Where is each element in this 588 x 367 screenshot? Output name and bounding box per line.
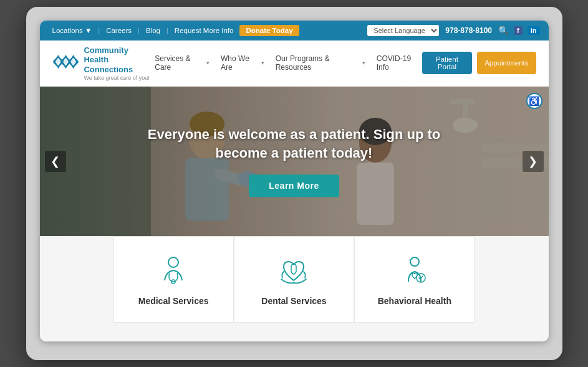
hero-content: Everyone is welcome as a patient. Sign u…: [138, 125, 450, 198]
nav-programs[interactable]: Our Programs & Resources ▾: [276, 54, 365, 72]
svg-marker-4: [62, 56, 69, 68]
nav-covid[interactable]: COVID-19 Info: [377, 54, 422, 72]
hero-next-button[interactable]: ❯: [523, 151, 544, 172]
main-nav-bar: Community Health Connections We take gre…: [40, 41, 549, 87]
hero-title: Everyone is welcome as a patient. Sign u…: [138, 125, 450, 164]
dental-services-icon: [277, 254, 310, 287]
hero-prev-button[interactable]: ❮: [45, 151, 66, 172]
services-cards-container: Medical Services Dental Services: [113, 236, 475, 323]
accessibility-icon: ♿: [529, 96, 539, 106]
top-utility-bar: Locations ▼ | Careers | Blog | Request M…: [40, 21, 549, 41]
behavioral-health-icon: [398, 254, 431, 287]
chevron-down-icon: ▾: [206, 60, 210, 66]
behavioral-health-label: Behavioral Health: [378, 295, 451, 308]
nav-services[interactable]: Services & Care ▾: [155, 54, 210, 72]
primary-navigation: Services & Care ▾ Who We Are ▾ Our Progr…: [155, 54, 422, 72]
svg-point-26: [410, 257, 419, 266]
locations-link[interactable]: Locations ▼: [49, 26, 96, 36]
dental-services-label: Dental Services: [261, 295, 326, 308]
request-info-link[interactable]: Request More Info: [171, 26, 238, 36]
utility-nav: Locations ▼ | Careers | Blog | Request M…: [49, 25, 299, 36]
utility-right: Select Language 978-878-8100 🔍 f in: [367, 25, 539, 36]
services-fade: [40, 323, 549, 341]
nav-cta-buttons: Patient Portal Appointments: [422, 52, 536, 74]
medical-services-label: Medical Services: [138, 295, 209, 308]
chevron-down-icon: ▾: [261, 60, 264, 66]
hero-section: Everyone is welcome as a patient. Sign u…: [40, 87, 549, 236]
services-section: Medical Services Dental Services: [40, 236, 549, 323]
donate-button[interactable]: Donate Today: [239, 25, 299, 36]
phone-number: 978-878-8100: [445, 26, 492, 35]
chevron-down-icon: ▾: [362, 60, 365, 66]
svg-marker-5: [69, 56, 76, 68]
logo-text: Community Health Connections We take gre…: [84, 45, 155, 81]
service-card-behavioral[interactable]: Behavioral Health: [354, 236, 475, 323]
logo-name-line2: Health Connections: [84, 55, 155, 74]
medical-services-icon: [157, 254, 190, 287]
patient-portal-button[interactable]: Patient Portal: [422, 52, 472, 74]
logo-icon: [52, 52, 79, 74]
svg-marker-3: [54, 56, 61, 68]
nav-who-we-are[interactable]: Who We Are ▾: [221, 54, 264, 72]
search-icon[interactable]: 🔍: [498, 26, 509, 36]
facebook-icon[interactable]: f: [514, 26, 523, 35]
logo[interactable]: Community Health Connections We take gre…: [52, 45, 155, 81]
appointments-button[interactable]: Appointments: [477, 52, 536, 74]
learn-more-button[interactable]: Learn More: [249, 174, 339, 197]
careers-link[interactable]: Careers: [102, 26, 135, 36]
logo-name-line1: Community: [84, 45, 155, 55]
service-card-medical[interactable]: Medical Services: [113, 236, 234, 323]
social-icons: 🔍 f in: [498, 26, 539, 36]
svg-point-24: [168, 257, 178, 267]
language-selector[interactable]: Select Language: [367, 25, 439, 36]
logo-tagline: We take great care of you!: [84, 75, 155, 81]
accessibility-button[interactable]: ♿: [526, 93, 542, 109]
service-card-dental[interactable]: Dental Services: [234, 236, 354, 323]
linkedin-icon[interactable]: in: [528, 26, 540, 35]
blog-link[interactable]: Blog: [142, 26, 164, 36]
